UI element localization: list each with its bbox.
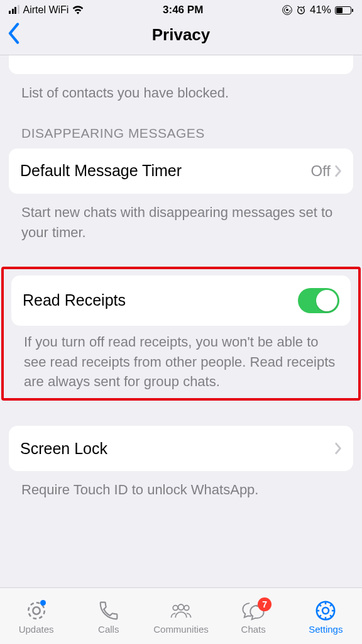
clock-label: 3:46 PM xyxy=(163,4,203,16)
svg-point-6 xyxy=(178,604,184,610)
chevron-left-icon xyxy=(6,23,21,44)
wifi-icon xyxy=(72,6,84,14)
chats-badge: 7 xyxy=(258,597,272,611)
tab-label: Calls xyxy=(98,624,119,635)
alarm-icon xyxy=(296,5,306,15)
nav-header: Privacy xyxy=(0,16,362,55)
disappearing-footer: Start new chats with disappearing messag… xyxy=(21,203,343,243)
disappearing-header: Disappearing Messages xyxy=(21,126,353,141)
tab-calls[interactable]: Calls xyxy=(72,600,145,635)
orientation-lock-icon xyxy=(282,5,292,15)
screen-lock-label: Screen Lock xyxy=(20,440,107,458)
cellular-signal-icon xyxy=(9,6,19,14)
back-button[interactable] xyxy=(6,23,21,47)
read-receipts-footer: If you turn off read receipts, you won't… xyxy=(24,332,341,392)
read-receipts-highlight: Read Receipts If you turn off read recei… xyxy=(1,267,361,401)
screen-lock-footer: Require Touch ID to unlock WhatsApp. xyxy=(21,480,343,500)
svg-rect-1 xyxy=(286,9,288,11)
battery-pct-label: 41% xyxy=(310,4,331,16)
chevron-right-icon xyxy=(334,165,342,177)
phone-icon xyxy=(99,601,119,621)
status-bar: Airtel WiFi 3:46 PM 41% xyxy=(0,0,362,16)
tab-label: Chats xyxy=(241,624,266,635)
svg-point-9 xyxy=(322,608,329,614)
tab-communities[interactable]: Communities xyxy=(145,600,217,635)
tab-label: Communities xyxy=(153,624,209,635)
tab-settings[interactable]: Settings xyxy=(290,600,362,635)
read-receipts-label: Read Receipts xyxy=(23,291,126,309)
gear-icon xyxy=(315,600,336,621)
page-title: Privacy xyxy=(152,25,211,44)
communities-icon xyxy=(168,601,194,620)
default-message-timer-row[interactable]: Default Message Timer Off xyxy=(9,148,353,194)
svg-point-4 xyxy=(33,607,40,614)
timer-value: Off xyxy=(310,162,331,180)
chevron-right-icon xyxy=(334,442,342,455)
timer-label: Default Message Timer xyxy=(20,162,182,180)
updates-dot-icon xyxy=(40,600,46,606)
tab-label: Updates xyxy=(19,624,54,635)
svg-point-7 xyxy=(184,606,189,611)
read-receipts-toggle[interactable] xyxy=(298,288,339,313)
svg-point-5 xyxy=(173,606,178,611)
battery-icon xyxy=(335,6,353,14)
blocked-contacts-row[interactable] xyxy=(9,55,353,74)
tab-updates[interactable]: Updates xyxy=(0,600,72,635)
tab-bar: Updates Calls Communities 7 Chats Settin… xyxy=(0,587,362,644)
tab-label: Settings xyxy=(309,624,343,635)
screen-lock-row[interactable]: Screen Lock xyxy=(9,426,353,471)
tab-chats[interactable]: 7 Chats xyxy=(217,600,290,635)
blocked-footer: List of contacts you have blocked. xyxy=(21,83,343,103)
read-receipts-row: Read Receipts xyxy=(11,275,351,326)
carrier-label: Airtel WiFi xyxy=(23,4,69,16)
